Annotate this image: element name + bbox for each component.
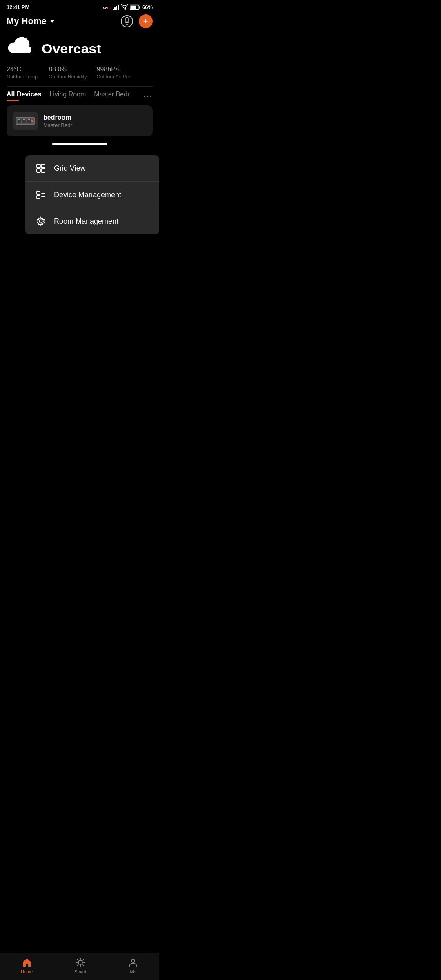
wifi-icon (121, 4, 128, 10)
svg-rect-14 (18, 119, 19, 120)
svg-rect-4 (116, 6, 117, 10)
temp-value: 24°C (7, 66, 39, 73)
device-management-label: Device Management (54, 191, 121, 199)
device-name: bedroom (43, 114, 146, 121)
list-icon (35, 189, 47, 200)
dropdown-menu: Grid View Device Management Room Managem… (25, 155, 159, 234)
temp-stat: 24°C Outdoor Temp. (7, 66, 39, 80)
battery-icon (130, 4, 140, 10)
svg-rect-26 (41, 169, 45, 172)
svg-point-33 (40, 220, 42, 223)
svg-text:LTE: LTE (107, 6, 111, 10)
home-indicator (52, 143, 107, 145)
gear-icon (35, 216, 47, 227)
weather-condition: Overcast (42, 41, 101, 57)
microphone-icon (124, 17, 130, 25)
svg-rect-30 (37, 196, 40, 199)
header-icons: + (121, 14, 153, 28)
device-info: bedroom Master Bedr (43, 114, 146, 128)
chevron-down-icon (50, 20, 55, 23)
tab-living-room-label: Living Room (49, 91, 86, 98)
signal-icon (113, 4, 119, 10)
volte-icon: Vo LTE (103, 4, 111, 10)
tab-master-bedr[interactable]: Master Bedr (94, 91, 129, 101)
add-button[interactable]: + (139, 14, 153, 28)
pressure-label: Outdoor Air Pre... (97, 74, 135, 80)
humidity-stat: 88.0% Outdoor Humidity (49, 66, 87, 80)
svg-rect-9 (126, 17, 128, 22)
svg-rect-20 (28, 119, 29, 120)
svg-rect-7 (139, 6, 140, 9)
weather-main: Overcast (7, 37, 153, 60)
device-card[interactable]: bedroom Master Bedr (7, 105, 153, 136)
svg-rect-2 (113, 9, 114, 10)
temp-label: Outdoor Temp. (7, 74, 39, 80)
svg-rect-27 (37, 191, 40, 194)
room-management-label: Room Management (54, 217, 118, 226)
humidity-label: Outdoor Humidity (49, 74, 87, 80)
status-bar: 12:41 PM Vo LTE 66% (0, 0, 159, 13)
app-header: My Home + (0, 13, 159, 33)
time-display: 12:41 PM (7, 4, 29, 10)
svg-rect-17 (23, 119, 24, 120)
svg-rect-5 (118, 5, 119, 10)
weather-stats: 24°C Outdoor Temp. 88.0% Outdoor Humidit… (7, 66, 153, 80)
plus-icon: + (143, 17, 149, 26)
svg-rect-24 (41, 164, 45, 168)
pressure-value: 998hPa (97, 66, 135, 73)
tab-master-bedr-label: Master Bedr (94, 91, 129, 98)
svg-rect-8 (130, 5, 136, 9)
mic-button[interactable] (121, 15, 133, 27)
home-title[interactable]: My Home (7, 16, 55, 27)
svg-rect-23 (37, 164, 40, 168)
room-management-item[interactable]: Room Management (25, 208, 159, 234)
tab-living-room[interactable]: Living Room (49, 91, 86, 101)
svg-rect-25 (37, 169, 40, 172)
device-thumbnail (13, 112, 38, 130)
home-title-text: My Home (7, 16, 47, 27)
svg-rect-18 (24, 119, 25, 120)
device-list: bedroom Master Bedr (0, 101, 159, 140)
grid-view-item[interactable]: Grid View (25, 155, 159, 182)
tab-all-devices-label: All Devices (7, 91, 41, 98)
svg-rect-3 (114, 7, 116, 10)
grid-view-label: Grid View (54, 164, 86, 173)
tab-all-devices[interactable]: All Devices (7, 91, 41, 101)
device-management-item[interactable]: Device Management (25, 182, 159, 208)
humidity-value: 88.0% (49, 66, 87, 73)
tab-more-icon: ··· (143, 91, 153, 100)
tab-more-button[interactable]: ··· (143, 91, 153, 101)
divider (7, 86, 153, 87)
grid-icon (35, 163, 47, 174)
status-icons: Vo LTE 66% (103, 4, 153, 10)
svg-point-22 (31, 120, 33, 122)
tabs-row: All Devices Living Room Master Bedr ··· (0, 91, 159, 101)
weather-section: Overcast 24°C Outdoor Temp. 88.0% Outdoo… (0, 33, 159, 86)
battery-level: 66% (142, 4, 153, 10)
svg-rect-15 (19, 119, 20, 120)
cloud-icon (7, 37, 36, 60)
pressure-stat: 998hPa Outdoor Air Pre... (97, 66, 135, 80)
device-room: Master Bedr (43, 122, 146, 128)
svg-rect-21 (29, 119, 30, 120)
